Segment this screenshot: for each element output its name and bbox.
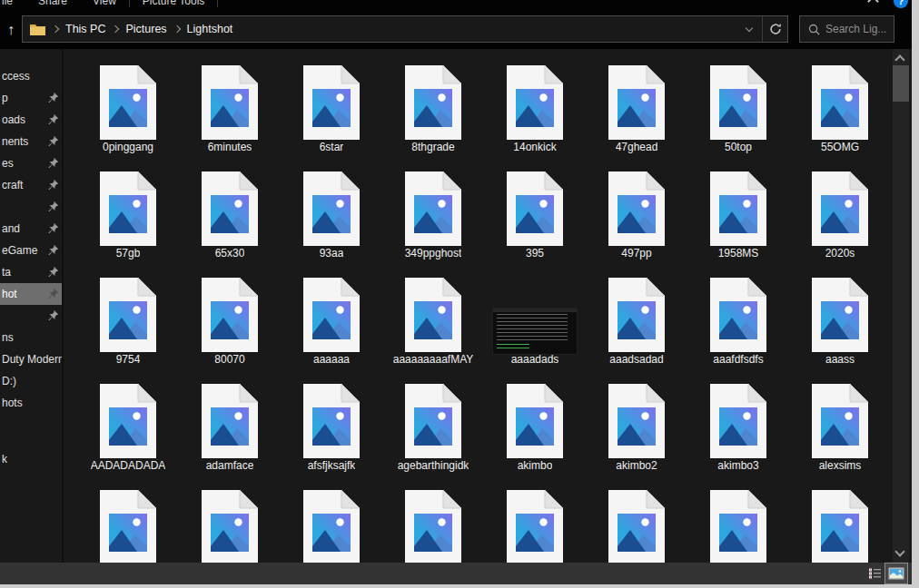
file-item[interactable]: aaass <box>789 272 891 378</box>
sidebar-item[interactable]: ns <box>0 327 62 348</box>
sidebar-item[interactable] <box>0 305 62 327</box>
image-file-icon <box>484 60 586 140</box>
file-item[interactable]: afsfjksajfk <box>281 378 382 485</box>
terminal-green-text <box>497 344 529 350</box>
sidebar-item[interactable]: nents <box>0 131 62 152</box>
search-box[interactable] <box>799 15 894 43</box>
large-icons-view-button[interactable] <box>885 564 907 583</box>
details-view-button[interactable] <box>864 564 885 583</box>
file-item[interactable] <box>789 485 891 563</box>
address-dropdown-button[interactable] <box>736 16 762 42</box>
file-item[interactable]: 8thgrade <box>382 60 484 166</box>
vertical-scrollbar[interactable] <box>893 49 909 563</box>
file-item[interactable]: 6minutes <box>179 60 281 166</box>
sidebar-item[interactable]: oads <box>0 109 62 131</box>
menu-divider <box>217 0 218 7</box>
file-item[interactable]: 47ghead <box>586 60 687 166</box>
file-item[interactable] <box>281 485 382 563</box>
breadcrumb-chevron-icon <box>52 25 59 33</box>
file-item[interactable]: 80070 <box>179 272 281 378</box>
sidebar-item-label: ns <box>2 331 14 344</box>
file-item[interactable]: 6star <box>281 60 382 166</box>
scroll-down-arrow-icon[interactable] <box>894 546 904 556</box>
file-name: 6star <box>320 140 344 154</box>
breadcrumb-this-pc[interactable]: This PC <box>65 23 105 35</box>
file-item[interactable]: 14onkick <box>484 60 586 166</box>
up-arrow-icon[interactable]: ↑ <box>2 21 20 39</box>
sidebar-item[interactable]: and <box>0 218 62 240</box>
file-item[interactable]: 50top <box>687 60 789 166</box>
sidebar-item-label: craft <box>2 179 23 191</box>
menu-tab-view[interactable]: View <box>80 0 129 7</box>
file-item[interactable]: 57gb <box>77 166 179 272</box>
file-item[interactable]: 497pp <box>586 166 687 272</box>
refresh-button[interactable] <box>762 16 787 42</box>
breadcrumb-lightshot[interactable]: Lightshot <box>187 23 233 35</box>
image-file-icon <box>687 272 789 352</box>
file-item[interactable]: aaadsadad <box>586 272 687 378</box>
file-item[interactable]: aaaadads <box>484 272 586 378</box>
file-item[interactable]: aaafdfsdfs <box>687 272 789 378</box>
sidebar-item-label: D:) <box>2 375 16 387</box>
search-input[interactable] <box>825 23 889 35</box>
sidebar-item-label: and <box>2 222 20 235</box>
menu-tab-file[interactable]: ile <box>0 0 25 7</box>
file-item[interactable]: akimbo <box>484 378 586 485</box>
image-file-icon <box>789 378 891 458</box>
sidebar-item[interactable]: D:) <box>0 370 62 392</box>
file-item[interactable]: 349ppghost <box>382 166 484 272</box>
menu-tab-picture-tools[interactable]: Picture Tools <box>130 0 217 7</box>
file-item[interactable]: akimbo3 <box>687 378 789 485</box>
file-item[interactable]: 55OMG <box>789 60 891 166</box>
help-icon[interactable]: ? <box>894 0 908 8</box>
file-item[interactable]: adamface <box>179 378 281 485</box>
sidebar-item[interactable]: es <box>0 152 62 174</box>
file-item[interactable] <box>179 485 281 563</box>
image-file-icon <box>77 378 179 458</box>
file-item[interactable]: 395 <box>484 166 586 272</box>
file-item[interactable]: 93aa <box>281 166 382 272</box>
address-bar-row: ↑ This PC Pictures Lightshot <box>0 10 912 49</box>
terminal-screenshot-thumbnail <box>484 272 586 352</box>
file-item[interactable] <box>77 485 179 563</box>
sidebar-item[interactable]: ta <box>0 261 62 283</box>
ribbon-collapse-chevron-icon[interactable] <box>867 0 879 7</box>
file-item[interactable]: akimbo2 <box>586 378 687 485</box>
refresh-icon <box>769 23 782 35</box>
sidebar-item[interactable]: Duty Modern <box>0 348 62 370</box>
sidebar-item[interactable]: hots <box>0 392 62 414</box>
file-name: 395 <box>526 246 544 260</box>
sidebar-item-label: hots <box>2 397 23 409</box>
image-file-icon <box>586 166 687 246</box>
scrollbar-thumb[interactable] <box>893 65 909 102</box>
file-item[interactable]: 1958MS <box>687 166 789 272</box>
breadcrumb-pictures[interactable]: Pictures <box>125 23 166 35</box>
scroll-up-arrow-icon[interactable] <box>894 54 904 64</box>
sidebar-item-label: hot <box>2 288 17 300</box>
address-bar[interactable]: This PC Pictures Lightshot <box>22 15 788 43</box>
file-item[interactable] <box>382 485 484 563</box>
pin-icon <box>47 135 59 147</box>
file-item[interactable]: agebarthingidk <box>382 378 484 485</box>
file-item[interactable] <box>586 485 687 563</box>
file-item[interactable]: 2020s <box>789 166 891 272</box>
file-item[interactable]: 65x30 <box>179 166 281 272</box>
file-item[interactable]: aaaaaa <box>281 272 382 378</box>
sidebar-item[interactable] <box>0 196 62 218</box>
file-item[interactable]: 9754 <box>77 272 179 378</box>
sidebar-item[interactable]: ccess <box>0 65 62 87</box>
file-item[interactable]: 0pinggang <box>77 60 179 166</box>
file-item[interactable]: AADADADADA <box>77 378 179 485</box>
file-item[interactable]: aaaaaaaaafMAY <box>382 272 484 378</box>
sidebar-item[interactable]: k <box>0 448 62 470</box>
sidebar-item[interactable]: p <box>0 87 62 109</box>
sidebar-item-lightshot-selected[interactable]: hot <box>0 283 62 305</box>
sidebar-item[interactable]: eGame <box>0 240 62 261</box>
sidebar-item[interactable]: craft <box>0 174 62 196</box>
file-item[interactable]: alexsims <box>789 378 891 485</box>
menu-tab-share[interactable]: Share <box>25 0 80 7</box>
large-icons-view-icon <box>888 567 904 580</box>
file-item[interactable] <box>484 485 586 563</box>
file-name: 9754 <box>116 352 141 367</box>
file-item[interactable] <box>687 485 789 563</box>
